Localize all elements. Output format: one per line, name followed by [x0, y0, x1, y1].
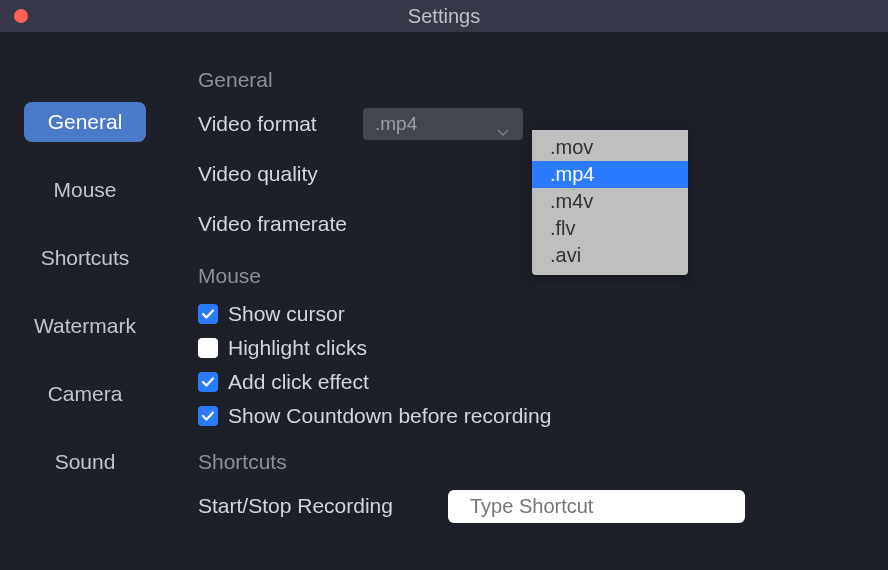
sidebar-item-shortcuts[interactable]: Shortcuts — [17, 238, 154, 278]
dropdown-option-avi[interactable]: .avi — [532, 242, 688, 269]
row-add-click-effect: Add click effect — [198, 370, 868, 394]
sidebar-item-watermark[interactable]: Watermark — [10, 306, 160, 346]
checkbox-add-click-effect[interactable] — [198, 372, 218, 392]
dropdown-menu-video-format: .mov .mp4 .m4v .flv .avi — [532, 130, 688, 275]
row-show-countdown: Show Countdown before recording — [198, 404, 868, 428]
dropdown-option-flv[interactable]: .flv — [532, 215, 688, 242]
label-add-click-effect: Add click effect — [228, 370, 369, 394]
row-show-cursor: Show cursor — [198, 302, 868, 326]
label-start-stop-recording: Start/Stop Recording — [198, 494, 448, 518]
dropdown-option-m4v[interactable]: .m4v — [532, 188, 688, 215]
dropdown-selected-value: .mp4 — [375, 113, 417, 135]
window-title: Settings — [0, 5, 888, 28]
section-heading-shortcuts: Shortcuts — [198, 450, 868, 474]
traffic-lights — [14, 9, 28, 23]
shortcut-input-start-stop[interactable] — [448, 490, 745, 523]
label-video-quality: Video quality — [198, 162, 363, 186]
close-window-button[interactable] — [14, 9, 28, 23]
sidebar: General Mouse Shortcuts Watermark Camera… — [0, 32, 170, 570]
sidebar-item-mouse[interactable]: Mouse — [29, 170, 140, 210]
checkbox-highlight-clicks[interactable] — [198, 338, 218, 358]
row-start-stop-recording: Start/Stop Recording — [198, 488, 868, 524]
check-icon — [201, 375, 215, 389]
titlebar: Settings — [0, 0, 888, 32]
sidebar-item-sound[interactable]: Sound — [31, 442, 140, 482]
label-video-format: Video format — [198, 112, 363, 136]
check-icon — [201, 307, 215, 321]
checkbox-show-cursor[interactable] — [198, 304, 218, 324]
dropdown-video-format[interactable]: .mp4 — [363, 108, 523, 140]
dropdown-option-mp4[interactable]: .mp4 — [532, 161, 688, 188]
app-body: General Mouse Shortcuts Watermark Camera… — [0, 32, 888, 570]
content-pane: General Video format .mp4 Video quality … — [170, 32, 888, 570]
sidebar-item-general[interactable]: General — [24, 102, 147, 142]
label-highlight-clicks: Highlight clicks — [228, 336, 367, 360]
sidebar-item-camera[interactable]: Camera — [24, 374, 147, 414]
dropdown-option-mov[interactable]: .mov — [532, 134, 688, 161]
section-heading-general: General — [198, 68, 868, 92]
label-video-framerate: Video framerate — [198, 212, 363, 236]
chevron-down-icon — [497, 120, 509, 142]
label-show-cursor: Show cursor — [228, 302, 345, 326]
row-highlight-clicks: Highlight clicks — [198, 336, 868, 360]
check-icon — [201, 409, 215, 423]
checkbox-show-countdown[interactable] — [198, 406, 218, 426]
label-show-countdown: Show Countdown before recording — [228, 404, 551, 428]
